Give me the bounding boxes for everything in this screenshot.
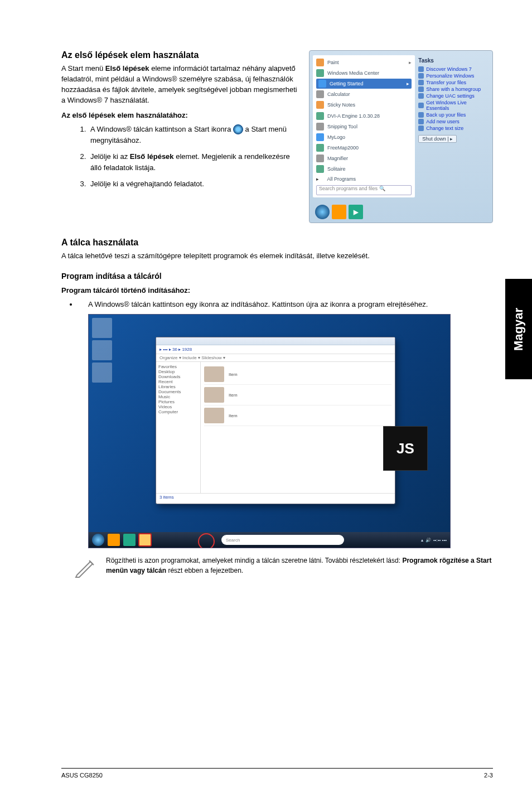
tray-clock: ••:•• ••• (433, 538, 447, 543)
nav-item[interactable]: Favorites (158, 364, 198, 369)
taskbar: Search ▴🔊••:•• ••• (89, 532, 450, 548)
note-block: Rögzítheti is azon programokat, amelyeke… (74, 556, 493, 578)
sm-item-magnifier[interactable]: Magnifier (316, 154, 412, 163)
nav-item[interactable]: Documents (158, 389, 198, 394)
taskbar-search-pill[interactable]: Search (221, 535, 344, 545)
step2-bold: Első lépések (130, 152, 174, 161)
step1-before: A Windows® tálcán kattintson a Start iko… (90, 125, 233, 133)
task-label: Back up your files (426, 112, 466, 118)
section2-heading: A tálca használata (61, 238, 493, 248)
section2-sub-heading: Program indítása a tálcáról (61, 272, 493, 281)
snipping-icon (316, 123, 324, 131)
explorer-breadcrumb[interactable]: ▸ ••• ▸ 36 ▸ 1928 (156, 345, 395, 354)
sm-search-input[interactable]: Search programs and files 🔍 (316, 185, 412, 195)
explorer-toolbar[interactable]: Organize ▾ Include ▾ Slideshow ▾ (156, 354, 395, 362)
sm-item-solitaire[interactable]: Solitaire (316, 165, 412, 174)
explorer-titlebar[interactable] (156, 337, 395, 345)
solitaire-icon (316, 165, 324, 173)
task-icon (418, 66, 424, 72)
all-programs-label: All Programs (327, 176, 356, 182)
system-tray[interactable]: ▴🔊••:•• ••• (421, 538, 447, 543)
sm-label: Solitaire (327, 166, 346, 172)
task-label: Add new users (426, 119, 460, 124)
sm-item-paint[interactable]: Paint▸ (316, 57, 412, 67)
task-label: Transfer your files (426, 80, 466, 85)
explorer-statusbar: 3 items (156, 493, 395, 501)
note-text: Rögzítheti is azon programokat, amelyeke… (106, 556, 493, 578)
sm-all-programs[interactable]: ▸ All Programs (316, 175, 412, 183)
step-3: Jelölje ki a végrehajtandó feladatot. (88, 178, 299, 190)
file-name: Item (229, 372, 238, 377)
task-backup[interactable]: Back up your files (418, 112, 486, 118)
sm-item-dvia[interactable]: DVI-A Engine 1.0.30.28 (316, 111, 412, 120)
note-after: részt ebben a fejezetben. (166, 567, 243, 574)
sidebar-gadget-2[interactable] (92, 340, 112, 360)
shutdown-button[interactable]: Shut down | ▸ (418, 135, 457, 143)
task-homegroup[interactable]: Share with a homegroup (418, 86, 486, 93)
sm-item-calculator[interactable]: Calculator (316, 90, 412, 99)
taskbar-pinned-1[interactable] (108, 534, 120, 546)
step-2: Jelölje ki az Első lépések elemet. Megje… (88, 151, 299, 173)
mylogo-icon (316, 133, 324, 141)
sm-item-wmc[interactable]: Windows Media Center (316, 68, 412, 78)
wmc-icon (316, 69, 324, 77)
section1-steps: A Windows® tálcán kattintson a Start iko… (88, 124, 299, 190)
nav-item[interactable]: Music (158, 394, 198, 399)
sidebar-gadget-3[interactable] (92, 363, 112, 383)
start-orb-icon[interactable] (92, 534, 104, 546)
nav-item[interactable]: Libraries (158, 384, 198, 389)
page-footer: ASUS CG8250 2-3 (61, 768, 493, 779)
task-label: Change text size (426, 125, 463, 131)
sm-item-getting-started[interactable]: Getting Started▸ (316, 79, 412, 88)
nav-item[interactable]: Computer (158, 409, 198, 414)
task-icon (418, 80, 424, 85)
taskbar-icon-2[interactable]: ▶ (349, 205, 363, 219)
nav-item[interactable]: Videos (158, 404, 198, 409)
nav-item[interactable]: Desktop (158, 369, 198, 374)
nav-item[interactable]: Recent (158, 379, 198, 384)
desktop-sidebar (92, 318, 114, 383)
section2-paragraph: A tálca lehetővé teszi a számítógépre te… (61, 251, 493, 262)
sm-label: FreeMap2000 (327, 145, 359, 151)
sm-item-snipping[interactable]: Snipping Tool (316, 122, 412, 131)
nav-item[interactable]: Pictures (158, 399, 198, 404)
sm-label: Sticky Notes (327, 102, 355, 108)
task-textsize[interactable]: Change text size (418, 125, 486, 132)
paint-icon (316, 59, 324, 66)
sm-item-sticky[interactable]: Sticky Notes (316, 100, 412, 110)
sm-label: Snipping Tool (327, 124, 357, 129)
file-row[interactable]: Item (204, 364, 391, 385)
task-uac[interactable]: Change UAC settings (418, 93, 486, 99)
task-addusers[interactable]: Add new users (418, 118, 486, 125)
calculator-icon (316, 90, 324, 98)
taskbar-pinned-2[interactable] (123, 534, 136, 546)
task-discover[interactable]: Discover Windows 7 (418, 66, 486, 73)
nav-item[interactable]: Downloads (158, 374, 198, 379)
taskbar-start-orb-icon[interactable] (315, 205, 330, 219)
file-row[interactable]: Item (204, 385, 391, 405)
section2-bullet: A Windows® tálcán kattintson egy ikonra … (78, 299, 493, 310)
task-label: Share with a homegroup (426, 86, 481, 92)
desktop-js-gadget[interactable]: JS (383, 426, 428, 471)
taskbar-explorer-highlighted[interactable] (139, 534, 151, 546)
sidebar-gadget-1[interactable] (92, 318, 112, 338)
task-transfer[interactable]: Transfer your files (418, 79, 486, 86)
sm-item-mylogo[interactable]: MyLogo (316, 132, 412, 142)
sm-item-freemap[interactable]: FreeMap2000 (316, 143, 412, 153)
explorer-nav-pane[interactable]: Favorites Desktop Downloads Recent Libra… (156, 362, 201, 493)
taskbar-search-label: Search (226, 538, 240, 543)
explorer-content: Item Item Item (201, 362, 395, 493)
taskbar-icon-1[interactable] (332, 205, 346, 219)
sm-label: Getting Started (330, 81, 364, 86)
engine-icon (316, 112, 324, 120)
task-personalize[interactable]: Personalize Windows (418, 73, 486, 79)
section2-howto-heading: Program tálcáról történő indításához: (61, 286, 493, 294)
step-1: A Windows® tálcán kattintson a Start iko… (88, 124, 299, 146)
section1-paragraph: A Start menü Első lépések eleme informác… (61, 64, 299, 105)
start-menu-screenshot: Paint▸ Windows Media Center Getting Star… (309, 50, 493, 223)
task-live[interactable]: Get Windows Live Essentials (418, 99, 486, 112)
file-row[interactable]: Item (204, 405, 391, 426)
chevron-right-icon: ▸ (409, 60, 412, 65)
task-icon (418, 93, 424, 99)
note-before: Rögzítheti is azon programokat, amelyeke… (106, 557, 402, 564)
